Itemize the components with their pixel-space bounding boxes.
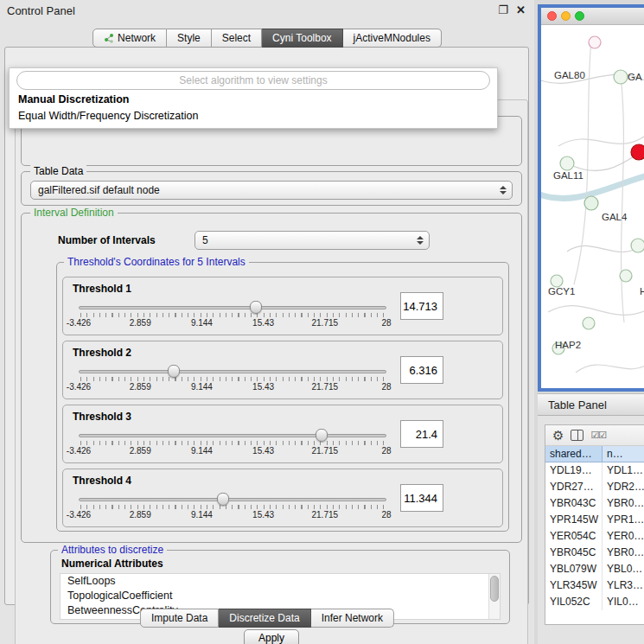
table-row[interactable]: YDL19…YDL1… [545, 462, 644, 479]
control-panel: Control Panel ❐ ✕ Discretization Algorit… [0, 0, 534, 644]
threshold-2-panel: Threshold 2 -3.426 2.859 9.144 15.43 21.… [62, 341, 503, 399]
threshold-3-panel: Threshold 3 -3.426 2.859 9.144 15.43 21.… [62, 405, 503, 463]
table-data-combobox[interactable]: galFiltered.sif default node [30, 181, 513, 200]
threshold-4-label: Threshold 4 [73, 475, 131, 487]
threshold-3-slider[interactable]: -3.426 2.859 9.144 15.43 21.715 28 [79, 430, 386, 459]
bottom-tab-bar: Impute Data Discretize Data Infer Networ… [140, 609, 394, 628]
column-header-shared[interactable]: shared… [545, 446, 603, 462]
column-header-name[interactable]: n… [603, 446, 644, 462]
table-row[interactable]: YBR045CYBR0… [545, 545, 644, 561]
threshold-1-panel: Threshold 1 -3.426 2.859 9.144 15.43 21.… [62, 277, 503, 335]
numerical-attributes-label: Numerical Attributes [61, 558, 163, 570]
threshold-2-value-field[interactable]: 6.316 [400, 356, 443, 384]
minimize-traffic-light-icon[interactable] [561, 11, 571, 21]
option-manual-discretization[interactable]: Manual Discretization [10, 92, 497, 108]
top-tab-bar: Network Style Select Cyni Toolbox jActiv… [92, 29, 442, 48]
tab-infer-network[interactable]: Infer Network [311, 609, 394, 628]
table-data-selected: galFiltered.sif default node [38, 184, 160, 196]
table-row[interactable]: YPR145WYPR1… [545, 512, 644, 528]
tab-style[interactable]: Style [167, 29, 212, 48]
threshold-3-value-field[interactable]: 21.4 [400, 420, 443, 448]
slider-thumb[interactable] [316, 429, 328, 442]
panel-title: Control Panel [7, 4, 75, 17]
node-label: GAL80 [554, 70, 585, 80]
algorithm-dropdown-popup: Select algorithm to view settings Manual… [9, 67, 498, 129]
slider-tick-labels: -3.426 2.859 9.144 15.43 21.715 28 [79, 318, 386, 328]
attributes-group-title: Attributes to discretize [58, 544, 167, 556]
threshold-4-value-field[interactable]: 11.344 [400, 484, 443, 512]
tab-cyni-toolbox[interactable]: Cyni Toolbox [262, 29, 342, 48]
threshold-1-slider[interactable]: -3.426 2.859 9.144 15.43 21.715 28 [79, 302, 386, 331]
control-panel-titlebar: Control Panel ❐ ✕ [0, 0, 534, 21]
close-traffic-light-icon[interactable] [547, 11, 557, 21]
threshold-2-label: Threshold 2 [73, 347, 131, 359]
table-row[interactable]: YER054CYER0… [545, 528, 644, 545]
table-panel-title: Table Panel [548, 399, 607, 411]
slider-ticks [80, 505, 385, 509]
table-row[interactable]: YBR043CYBR0… [545, 495, 644, 512]
number-of-intervals-combobox[interactable]: 5 [194, 231, 430, 250]
network-canvas[interactable]: GAL80 GA GAL11 GAL4 GCY1 H HAP2 [541, 25, 644, 387]
algorithm-placeholder: Select algorithm to view settings [179, 74, 327, 86]
node-label: GCY1 [548, 286, 575, 296]
network-window: GAL80 GA GAL11 GAL4 GCY1 H HAP2 [538, 4, 644, 392]
gear-icon[interactable]: ⚙ [552, 429, 564, 442]
columns-icon[interactable] [571, 430, 583, 441]
tab-impute-data[interactable]: Impute Data [140, 609, 219, 628]
slider-track [79, 498, 386, 501]
slider-track [79, 306, 386, 309]
cyni-toolbox-content: Discretization Algorithm Table Data galF… [15, 99, 528, 644]
float-window-icon[interactable]: ❐ [498, 3, 508, 16]
zoom-traffic-light-icon[interactable] [575, 11, 584, 21]
table-panel-header: Table Panel [538, 393, 644, 416]
screen: Control Panel ❐ ✕ Discretization Algorit… [0, 0, 644, 644]
table-row[interactable]: YLR345WYLR3… [545, 577, 644, 594]
node-label: GAL11 [553, 170, 583, 181]
tab-select[interactable]: Select [212, 29, 262, 48]
number-of-intervals-label: Number of Intervals [58, 234, 156, 246]
table-header-row: shared… n… [545, 446, 644, 462]
threshold-1-value-field[interactable]: 14.713 [400, 292, 443, 320]
slider-tick-labels: -3.426 2.859 9.144 15.43 21.715 28 [79, 446, 386, 456]
node-label: GA [628, 72, 642, 82]
slider-tick-labels: -3.426 2.859 9.144 15.43 21.715 28 [79, 510, 386, 520]
slider-track [79, 370, 386, 373]
network-window-titlebar [541, 8, 644, 25]
combo-stepper-icon [500, 186, 507, 194]
threshold-3-label: Threshold 3 [73, 411, 131, 423]
option-equal-width-frequency[interactable]: Equal Width/Frequency Discretization [10, 108, 497, 124]
number-of-intervals-value: 5 [202, 234, 208, 246]
list-item[interactable]: SelfLoops [61, 574, 500, 589]
algorithm-combobox[interactable]: Select algorithm to view settings [16, 71, 490, 90]
tab-discretize-data[interactable]: Discretize Data [219, 609, 310, 628]
table-data-group-title: Table Data [30, 165, 86, 177]
slider-track [79, 434, 386, 437]
slider-ticks [80, 441, 385, 445]
threshold-2-slider[interactable]: -3.426 2.859 9.144 15.43 21.715 28 [79, 366, 386, 395]
table-row[interactable]: YBL079WYBL0… [545, 561, 644, 577]
thresholds-group: Threshold's Coordinates for 5 Intervals … [56, 262, 509, 532]
table-row[interactable]: YIL052CYIL0… [545, 594, 644, 610]
node-label: HAP2 [555, 340, 581, 350]
threshold-4-slider[interactable]: -3.426 2.859 9.144 15.43 21.715 28 [79, 494, 386, 523]
select-columns-icon[interactable]: ☑☑ [590, 430, 606, 441]
slider-ticks [80, 377, 385, 381]
interval-definition-group: Interval Definition Number of Intervals … [21, 213, 522, 543]
slider-thumb[interactable] [168, 365, 180, 378]
table-row[interactable]: YDR27…YDR2… [545, 479, 644, 495]
slider-thumb[interactable] [250, 301, 262, 314]
apply-button[interactable]: Apply [244, 629, 299, 644]
slider-thumb[interactable] [217, 493, 229, 506]
network-icon [104, 33, 114, 43]
list-item[interactable]: TopologicalCoefficient [61, 589, 500, 603]
tab-jactivemnodules[interactable]: jActiveMNodules [343, 29, 442, 48]
list-scrollbar[interactable] [488, 574, 500, 619]
slider-tick-labels: -3.426 2.859 9.144 15.43 21.715 28 [79, 382, 386, 392]
table-panel-body: ⚙ ☑☑ shared… n… YDL19…YDL1… YDR27…YDR2… … [538, 416, 644, 644]
tab-network[interactable]: Network [92, 29, 167, 48]
table-toolbar: ⚙ ☑☑ [545, 425, 644, 446]
threshold-4-panel: Threshold 4 -3.426 2.859 9.144 15.43 21.… [62, 469, 503, 527]
close-icon[interactable]: ✕ [516, 3, 526, 16]
combo-stepper-icon [417, 236, 424, 245]
tab-pane: Discretization Algorithm Table Data galF… [4, 47, 529, 605]
